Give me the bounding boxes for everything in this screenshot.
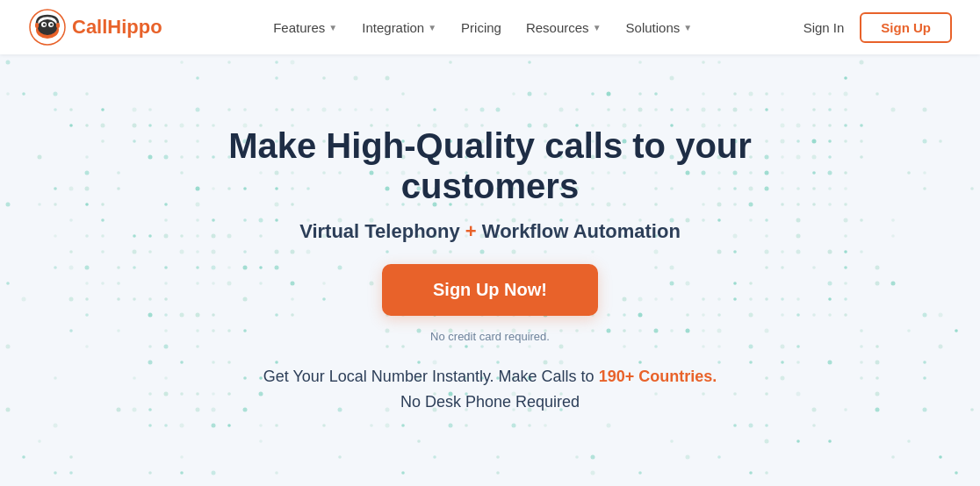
svg-point-322 xyxy=(860,218,863,222)
svg-point-665 xyxy=(686,455,690,460)
svg-point-15 xyxy=(528,61,531,64)
svg-point-34 xyxy=(544,92,547,96)
svg-point-120 xyxy=(844,124,847,127)
nav-item-pricing[interactable]: Pricing xyxy=(461,20,501,35)
svg-point-30 xyxy=(85,92,89,96)
svg-point-22 xyxy=(322,76,326,80)
svg-point-639 xyxy=(449,424,453,428)
svg-point-678 xyxy=(638,471,642,475)
svg-point-671 xyxy=(148,471,152,475)
logo-icon xyxy=(28,8,67,46)
svg-point-191 xyxy=(85,171,90,175)
svg-point-409 xyxy=(101,282,104,285)
svg-point-35 xyxy=(591,92,594,96)
svg-point-646 xyxy=(749,424,753,428)
svg-point-435 xyxy=(22,297,26,302)
svg-point-27 xyxy=(6,92,10,96)
svg-point-58 xyxy=(306,108,310,111)
svg-point-410 xyxy=(117,282,120,285)
svg-point-609 xyxy=(133,408,137,412)
svg-point-43 xyxy=(781,92,784,96)
svg-point-663 xyxy=(575,455,579,459)
svg-point-644 xyxy=(607,424,611,428)
svg-point-434 xyxy=(891,282,896,286)
svg-point-121 xyxy=(860,124,863,127)
svg-point-324 xyxy=(54,234,57,238)
svg-point-74 xyxy=(670,108,674,111)
hero-subtitle: Virtual Telephony + Workflow Automation xyxy=(299,220,681,243)
logo[interactable]: CallHippo xyxy=(28,8,162,46)
svg-point-641 xyxy=(512,424,516,428)
svg-point-57 xyxy=(291,108,294,111)
chevron-down-icon: ▼ xyxy=(428,23,436,32)
svg-point-41 xyxy=(749,92,753,96)
hero-content: Make High-Quality calls to your customer… xyxy=(148,125,832,415)
svg-point-672 xyxy=(180,471,184,475)
svg-point-25 xyxy=(670,76,674,81)
svg-point-659 xyxy=(180,455,184,459)
svg-point-6 xyxy=(50,24,53,26)
svg-point-54 xyxy=(227,108,231,111)
svg-point-650 xyxy=(259,440,263,443)
svg-rect-7 xyxy=(35,23,39,28)
svg-point-661 xyxy=(433,455,436,459)
nav-item-integration[interactable]: Integration ▼ xyxy=(362,20,436,35)
signup-now-button[interactable]: Sign Up Now! xyxy=(382,264,598,316)
svg-point-634 xyxy=(275,424,278,427)
svg-point-642 xyxy=(528,424,531,427)
svg-point-9 xyxy=(6,61,11,65)
nav-item-features[interactable]: Features ▼ xyxy=(273,20,337,35)
svg-point-551 xyxy=(876,345,879,348)
svg-point-223 xyxy=(907,171,911,175)
svg-point-647 xyxy=(765,424,768,427)
svg-point-21 xyxy=(275,76,278,80)
svg-point-65 xyxy=(465,108,468,111)
svg-point-660 xyxy=(338,455,342,459)
signin-link[interactable]: Sign In xyxy=(803,20,845,35)
svg-point-81 xyxy=(781,108,784,111)
svg-point-261 xyxy=(970,187,974,190)
svg-point-49 xyxy=(69,108,73,111)
svg-point-152 xyxy=(860,139,863,143)
svg-point-573 xyxy=(133,376,136,380)
svg-point-260 xyxy=(923,187,926,190)
svg-point-14 xyxy=(449,61,452,64)
svg-point-355 xyxy=(133,250,137,254)
signup-button[interactable]: Sign Up xyxy=(860,12,952,43)
hero-tagline: Get Your Local Number Instantly. Make Ca… xyxy=(263,364,717,415)
svg-point-676 xyxy=(496,471,500,475)
svg-point-72 xyxy=(638,108,643,112)
svg-point-640 xyxy=(465,424,468,427)
svg-point-653 xyxy=(765,440,769,444)
svg-point-467 xyxy=(85,313,89,317)
svg-point-38 xyxy=(654,92,658,96)
svg-point-52 xyxy=(148,108,152,111)
svg-point-40 xyxy=(733,92,737,96)
svg-point-192 xyxy=(117,171,120,175)
svg-point-51 xyxy=(133,108,137,112)
svg-point-86 xyxy=(923,108,927,112)
svg-point-628 xyxy=(148,424,152,427)
svg-point-677 xyxy=(591,471,595,475)
no-credit-text: No credit card required. xyxy=(430,330,550,343)
svg-point-294 xyxy=(844,203,847,206)
nav-item-resources[interactable]: Resources ▼ xyxy=(526,20,602,35)
svg-point-667 xyxy=(891,455,895,459)
svg-point-571 xyxy=(923,361,926,364)
svg-point-645 xyxy=(733,424,737,427)
svg-point-264 xyxy=(54,203,57,206)
svg-point-55 xyxy=(243,108,247,111)
svg-point-531 xyxy=(85,345,89,348)
svg-point-572 xyxy=(54,376,57,380)
svg-point-88 xyxy=(85,124,89,127)
svg-point-664 xyxy=(591,455,595,460)
svg-point-495 xyxy=(844,313,847,317)
svg-point-626 xyxy=(970,408,974,411)
nav-item-solutions[interactable]: Solutions ▼ xyxy=(626,20,693,35)
svg-point-437 xyxy=(85,297,89,301)
svg-point-552 xyxy=(939,345,943,349)
svg-point-648 xyxy=(812,424,816,427)
svg-point-654 xyxy=(796,440,800,443)
svg-point-50 xyxy=(101,108,104,111)
svg-point-2 xyxy=(38,19,57,35)
